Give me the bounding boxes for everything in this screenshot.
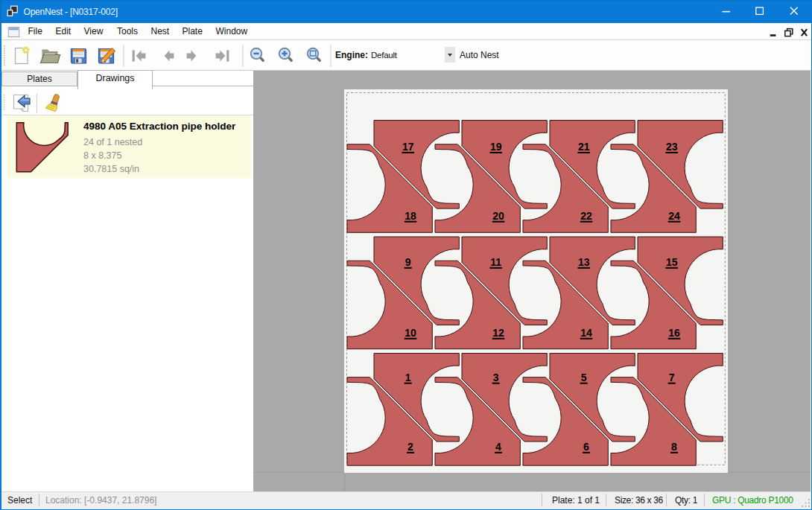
svg-text:10: 10 [405, 327, 416, 339]
svg-text:19: 19 [490, 141, 502, 153]
svg-text:11: 11 [490, 256, 501, 268]
svg-text:17: 17 [402, 141, 414, 153]
svg-text:4: 4 [495, 441, 501, 453]
svg-text:21: 21 [578, 141, 590, 153]
svg-text:8: 8 [671, 441, 677, 453]
svg-text:23: 23 [666, 141, 678, 153]
svg-text:24: 24 [668, 210, 680, 222]
svg-text:7: 7 [669, 372, 675, 383]
svg-text:22: 22 [580, 210, 592, 222]
svg-text:5: 5 [581, 372, 587, 383]
svg-text:2: 2 [407, 441, 413, 453]
svg-text:12: 12 [492, 327, 504, 339]
svg-text:18: 18 [405, 210, 416, 222]
svg-text:13: 13 [578, 256, 590, 268]
svg-text:15: 15 [666, 256, 678, 268]
svg-text:6: 6 [583, 441, 589, 453]
svg-text:16: 16 [668, 327, 680, 339]
svg-text:3: 3 [493, 372, 499, 383]
svg-text:20: 20 [492, 210, 504, 222]
svg-text:1: 1 [405, 372, 411, 383]
svg-text:14: 14 [580, 327, 592, 339]
svg-text:9: 9 [405, 256, 411, 268]
